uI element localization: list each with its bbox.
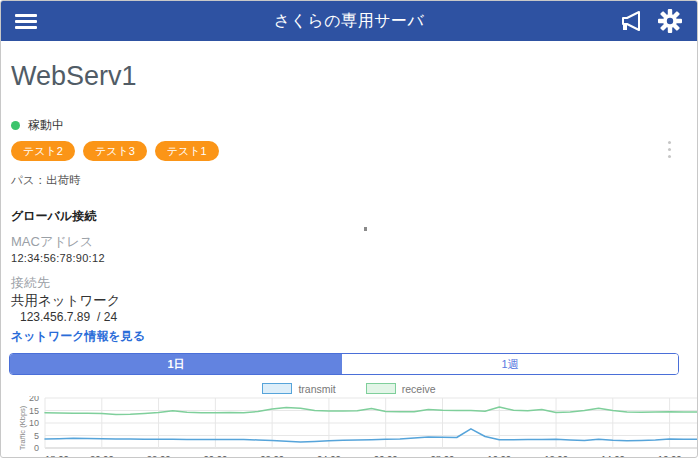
chart-plot: 0510152018:0020:0022:0000:0002:0004:0006… <box>11 396 687 458</box>
tag-pill[interactable]: テスト3 <box>83 141 147 161</box>
stray-mark <box>364 227 367 231</box>
svg-text:04:00: 04:00 <box>317 453 341 458</box>
svg-text:08:00: 08:00 <box>431 453 455 458</box>
period-tab-bar: 1日 1週 <box>9 353 679 375</box>
mac-address-value: 12:34:56:78:90:12 <box>11 252 687 264</box>
legend-swatch-transmit <box>262 383 292 394</box>
svg-text:20:00: 20:00 <box>90 453 114 458</box>
traffic-chart-svg: 0510152018:0020:0022:0000:0002:0004:0006… <box>11 396 698 458</box>
chart-legend: transmitreceive <box>11 382 687 395</box>
svg-text:15: 15 <box>29 406 39 416</box>
svg-text:10:00: 10:00 <box>487 453 511 458</box>
traffic-chart: transmitreceive 0510152018:0020:0022:000… <box>11 382 687 458</box>
svg-text:02:00: 02:00 <box>260 453 284 458</box>
legend-label: transmit <box>298 383 335 395</box>
kebab-menu-icon[interactable] <box>666 135 673 164</box>
status-dot-icon <box>11 121 20 130</box>
svg-text:16:00: 16:00 <box>658 453 682 458</box>
svg-text:0: 0 <box>34 443 39 453</box>
svg-text:06:00: 06:00 <box>374 453 398 458</box>
svg-text:Traffic (Kbps): Traffic (Kbps) <box>18 405 27 450</box>
main-content: WebServ1 稼動中 テスト2 テスト3 テスト1 パス：出荷時 グローバル… <box>1 61 697 458</box>
menu-icon[interactable] <box>15 11 37 32</box>
page-title: WebServ1 <box>11 61 687 91</box>
tab-1week[interactable]: 1週 <box>342 354 678 374</box>
legend-swatch-receive <box>366 383 396 394</box>
svg-text:20: 20 <box>29 396 39 403</box>
subnet-mask: / 24 <box>97 310 117 324</box>
gear-icon[interactable] <box>657 8 683 34</box>
app-window: さくらの専用サーバ <box>0 0 698 458</box>
tag-list: テスト2 テスト3 テスト1 <box>11 141 687 161</box>
tab-1day[interactable]: 1日 <box>10 354 342 374</box>
legend-item-transmit[interactable]: transmit <box>262 383 335 395</box>
ip-address-row: 123.456.7.89/ 24 <box>11 311 687 324</box>
network-info-link[interactable]: ネットワーク情報を見る <box>11 330 145 343</box>
mac-address-label: MACアドレス <box>11 235 687 249</box>
svg-text:22:00: 22:00 <box>147 453 171 458</box>
ip-address: 123.456.7.89 <box>20 310 90 324</box>
megaphone-icon[interactable] <box>619 10 643 32</box>
legend-item-receive[interactable]: receive <box>366 383 436 395</box>
svg-text:5: 5 <box>34 431 39 441</box>
destination-label: 接続先 <box>11 276 687 290</box>
svg-text:18:00: 18:00 <box>45 453 69 458</box>
section-global-connection: グローバル接続 <box>11 210 687 223</box>
tag-pill[interactable]: テスト2 <box>11 141 75 161</box>
status-row: 稼動中 <box>11 119 687 132</box>
tag-pill[interactable]: テスト1 <box>155 141 219 161</box>
svg-text:14:00: 14:00 <box>601 453 625 458</box>
path-note: パス：出荷時 <box>11 174 687 186</box>
legend-label: receive <box>402 383 436 395</box>
network-name: 共用ネットワーク <box>11 293 687 308</box>
svg-text:10: 10 <box>29 418 39 428</box>
svg-text:00:00: 00:00 <box>203 453 227 458</box>
svg-text:12:00: 12:00 <box>544 453 568 458</box>
appbar: さくらの専用サーバ <box>1 1 697 41</box>
app-title: さくらの専用サーバ <box>1 11 697 32</box>
status-badge: 稼動中 <box>28 119 64 132</box>
